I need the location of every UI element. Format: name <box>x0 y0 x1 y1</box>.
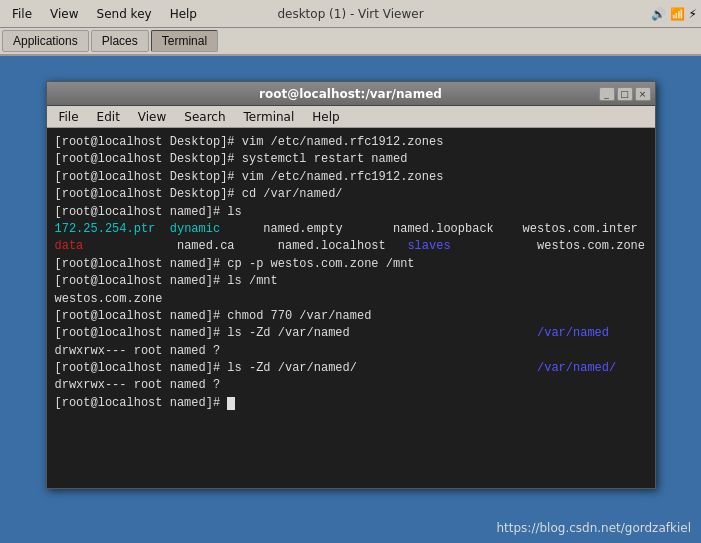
terminal-menu-terminal[interactable]: Terminal <box>236 108 303 126</box>
minimize-button[interactable]: _ <box>599 87 615 101</box>
os-menu-view[interactable]: View <box>42 5 86 23</box>
terminal-title-bar: root@localhost:/var/named _ □ × <box>47 82 655 106</box>
power-icon: ⚡ <box>689 7 697 21</box>
terminal-line: [root@localhost Desktop]# cd /var/named/ <box>55 186 647 203</box>
terminal-line: drwxrwx--- root named ? <box>55 377 647 394</box>
os-right-icons: 🔊 📶 ⚡ <box>651 7 697 21</box>
terminal-window: root@localhost:/var/named _ □ × File Edi… <box>46 81 656 489</box>
os-menu-file[interactable]: File <box>4 5 40 23</box>
taskbar-applications[interactable]: Applications <box>2 30 89 52</box>
terminal-line: [root@localhost named]# ls <box>55 204 647 221</box>
terminal-line: 172.25.254.ptr dynamic named.empty named… <box>55 221 647 238</box>
terminal-line: [root@localhost named]# chmod 770 /var/n… <box>55 308 647 325</box>
terminal-line: westos.com.zone <box>55 291 647 308</box>
terminal-line: data named.ca named.localhost slaves wes… <box>55 238 647 255</box>
terminal-line: [root@localhost named]# ls -Zd /var/name… <box>55 360 647 377</box>
terminal-controls: _ □ × <box>599 87 651 101</box>
terminal-menu-view[interactable]: View <box>130 108 174 126</box>
terminal-body[interactable]: [root@localhost Desktop]# vim /etc/named… <box>47 128 655 488</box>
os-menu-help[interactable]: Help <box>162 5 205 23</box>
window-title: desktop (1) - Virt Viewer <box>277 7 423 21</box>
terminal-line: [root@localhost Desktop]# systemctl rest… <box>55 151 647 168</box>
terminal-line: [root@localhost Desktop]# vim /etc/named… <box>55 169 647 186</box>
network-icon: 📶 <box>670 7 685 21</box>
terminal-line: drwxrwx--- root named ? <box>55 343 647 360</box>
terminal-menu-search[interactable]: Search <box>176 108 233 126</box>
maximize-button[interactable]: □ <box>617 87 633 101</box>
os-menu-bar: File View Send key Help <box>0 5 205 23</box>
terminal-line: [root@localhost named]# ls /mnt <box>55 273 647 290</box>
terminal-line: [root@localhost named]# ls -Zd /var/name… <box>55 325 647 342</box>
os-menu-sendkey[interactable]: Send key <box>89 5 160 23</box>
taskbar-places[interactable]: Places <box>91 30 149 52</box>
terminal-menu-edit[interactable]: Edit <box>89 108 128 126</box>
taskbar-terminal[interactable]: Terminal <box>151 30 218 52</box>
terminal-menu: File Edit View Search Terminal Help <box>47 106 655 128</box>
terminal-prompt-cursor: [root@localhost named]# <box>55 395 647 412</box>
close-button[interactable]: × <box>635 87 651 101</box>
terminal-menu-file[interactable]: File <box>51 108 87 126</box>
url-bar: https://blog.csdn.net/gordzafkiel <box>496 521 691 535</box>
terminal-line: [root@localhost Desktop]# vim /etc/named… <box>55 134 647 151</box>
taskbar: Applications Places Terminal <box>0 28 701 56</box>
volume-icon: 🔊 <box>651 7 666 21</box>
terminal-line: [root@localhost named]# cp -p westos.com… <box>55 256 647 273</box>
terminal-menu-help[interactable]: Help <box>304 108 347 126</box>
os-top-bar: File View Send key Help desktop (1) - Vi… <box>0 0 701 28</box>
desktop: root@localhost:/var/named _ □ × File Edi… <box>0 56 701 543</box>
terminal-title: root@localhost:/var/named <box>259 87 442 101</box>
